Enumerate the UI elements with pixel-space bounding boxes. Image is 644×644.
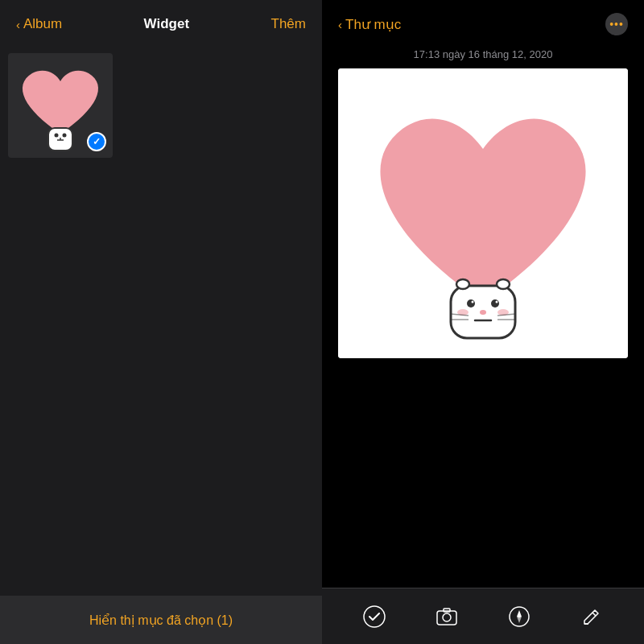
album-back-button[interactable]: ‹ Album	[16, 16, 62, 32]
left-footer: Hiển thị mục đã chọn (1)	[0, 596, 322, 644]
more-options-button[interactable]: •••	[605, 13, 628, 35]
compass-icon	[508, 605, 530, 628]
timestamp-label: 17:13 ngày 16 tháng 12, 2020	[322, 45, 644, 68]
folder-back-label: Thư mục	[345, 16, 401, 33]
selected-count-text: Hiển thị mục đã chọn (1)	[89, 613, 233, 628]
photo-thumbnail[interactable]	[8, 53, 113, 158]
more-icon: •••	[609, 18, 624, 31]
edit-toolbar-button[interactable]	[574, 599, 609, 634]
svg-point-1	[55, 134, 59, 138]
right-toolbar	[322, 588, 644, 644]
add-button[interactable]: Thêm	[271, 16, 306, 32]
svg-point-7	[456, 279, 469, 289]
folder-back-button[interactable]: ‹ Thư mục	[338, 16, 401, 33]
svg-point-11	[472, 301, 474, 303]
left-panel: ‹ Album Widget Thêm	[0, 0, 322, 644]
svg-point-9	[467, 299, 475, 308]
selection-check-badge	[87, 132, 106, 151]
svg-point-10	[491, 299, 499, 308]
compass-toolbar-button[interactable]	[502, 599, 537, 634]
right-panel: ‹ Thư mục ••• 17:13 ngày 16 tháng 12, 20…	[322, 0, 644, 644]
svg-point-15	[480, 310, 486, 315]
album-back-label: Album	[23, 16, 62, 32]
svg-point-2	[63, 134, 67, 138]
left-title: Widget	[144, 16, 190, 32]
svg-point-8	[497, 279, 510, 289]
thumbnail-inner	[8, 53, 113, 158]
svg-point-23	[443, 613, 451, 621]
edit-icon	[580, 605, 603, 628]
photo-grid	[0, 45, 322, 166]
svg-point-21	[364, 606, 385, 627]
camera-toolbar-button[interactable]	[429, 599, 464, 634]
right-header: ‹ Thư mục •••	[322, 0, 644, 45]
preview-image-svg	[338, 68, 628, 358]
camera-icon	[436, 605, 458, 628]
chevron-left-icon: ‹	[16, 18, 20, 31]
check-toolbar-button[interactable]	[357, 599, 392, 634]
left-header: ‹ Album Widget Thêm	[0, 0, 322, 45]
image-preview-container	[338, 68, 628, 358]
svg-point-12	[496, 301, 498, 303]
check-icon	[363, 605, 386, 628]
svg-marker-26	[517, 610, 522, 618]
chevron-left-icon: ‹	[338, 18, 342, 31]
svg-line-28	[592, 613, 596, 616]
svg-rect-24	[444, 609, 450, 612]
